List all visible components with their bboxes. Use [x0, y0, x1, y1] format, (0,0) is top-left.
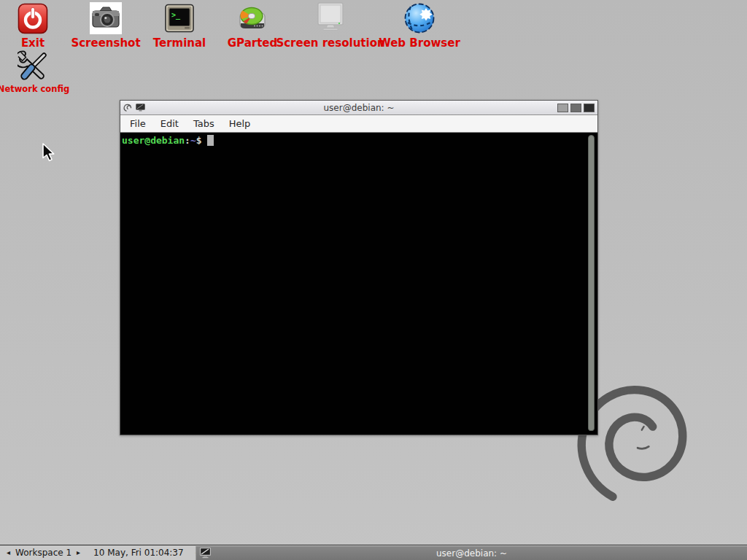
- terminal-screen[interactable]: user@debian:~$: [120, 133, 597, 435]
- desktop-icon-label: Web Browser: [379, 38, 460, 49]
- prompt-user-host: user@debian: [122, 135, 185, 146]
- tools-icon: [18, 50, 50, 82]
- workspace-prev-arrow[interactable]: ◂: [5, 549, 12, 556]
- text-cursor: [207, 135, 214, 146]
- shell-prompt: user@debian:~$: [122, 135, 214, 146]
- globe-icon: [403, 2, 436, 34]
- scrollbar-track[interactable]: [587, 134, 596, 433]
- clock: 10 May, Fri 01:04:37: [93, 548, 184, 558]
- desktop-icon-network-config[interactable]: Network config: [0, 50, 85, 94]
- exit-icon: [17, 2, 49, 34]
- desktop-icon-web-browser[interactable]: Web Browser: [368, 2, 471, 49]
- close-button[interactable]: [584, 104, 595, 112]
- monitor-icon: [314, 2, 347, 34]
- debian-swirl-icon: [123, 104, 132, 112]
- menu-tabs[interactable]: Tabs: [192, 117, 216, 131]
- desktop-icon-label: GParted: [228, 38, 278, 49]
- maximize-button[interactable]: [570, 104, 581, 112]
- terminal-window: user@debian: ~ File Edit Tabs Help user@…: [120, 100, 598, 435]
- terminal-crt-icon: >_: [163, 2, 196, 34]
- desktop-icon-screen-resolution[interactable]: Screen resolution: [279, 2, 382, 49]
- menu-bar: File Edit Tabs Help: [120, 115, 597, 133]
- prompt-path: ~: [190, 135, 196, 146]
- workspace-next-arrow[interactable]: ▸: [75, 549, 82, 556]
- desktop-icon-label: Network config: [0, 85, 69, 94]
- menu-help[interactable]: Help: [228, 117, 252, 131]
- prompt-separator: :: [185, 135, 190, 146]
- mouse-cursor: [42, 143, 56, 162]
- prompt-symbol: $: [196, 135, 202, 146]
- menu-edit[interactable]: Edit: [159, 117, 180, 131]
- desktop-icon-label: Exit: [21, 38, 44, 49]
- svg-text:>_: >_: [171, 11, 181, 20]
- menu-file[interactable]: File: [128, 117, 147, 131]
- camera-icon: [90, 2, 122, 34]
- window-titlebar[interactable]: user@debian: ~: [120, 101, 597, 115]
- workspace-label: Workspace 1: [15, 548, 71, 558]
- task-monitor-icon: [199, 547, 212, 559]
- terminal-app-icon: [136, 104, 145, 112]
- desktop-icon-label: Terminal: [153, 38, 206, 49]
- taskbar-panel: ◂ Workspace 1 ▸ 10 May, Fri 01:04:37 ◂ ▸…: [0, 545, 747, 560]
- gparted-disk-icon: [236, 2, 268, 34]
- minimize-button[interactable]: [557, 104, 568, 112]
- taskbar-button-title: user@debian: ~: [436, 548, 507, 559]
- taskbar-button-terminal[interactable]: user@debian: ~: [196, 546, 747, 560]
- scrollbar-thumb[interactable]: [588, 135, 595, 431]
- window-title: user@debian: ~: [120, 103, 597, 113]
